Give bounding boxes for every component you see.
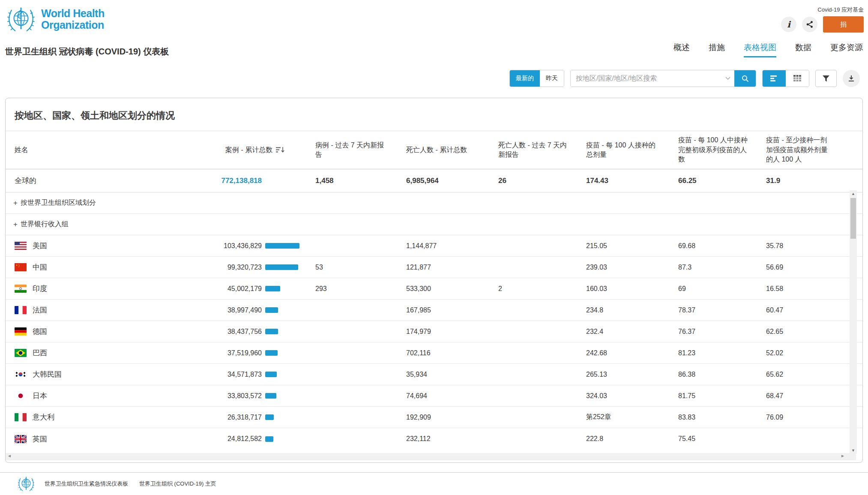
sort-descending-icon [276,147,284,153]
deaths-value: 192,909 [401,414,493,421]
latest-toggle-button[interactable]: 最新的 [510,70,540,87]
search-input[interactable] [571,70,721,87]
vax-booster-value: 60.47 [761,306,844,314]
scroll-up-icon[interactable]: ▲ [850,192,857,196]
expand-icon: + [13,220,18,229]
cases-bar [265,372,277,377]
search-dropdown-toggle[interactable] [721,77,734,80]
vax-booster-value: 16.58 [761,285,844,293]
global-name: 全球的 [6,176,206,186]
cases-value: 45,002,179 [206,285,262,293]
vax-full-value: 75.45 [673,435,761,443]
cases-value: 103,436,829 [206,242,262,250]
scroll-down-icon[interactable]: ▼ [850,448,857,453]
search-button[interactable] [734,70,756,87]
who-wordmark: World Health Organization [41,8,105,31]
vax-total-value: 265.13 [581,371,673,378]
footer-link-covid-homepage[interactable]: 世界卫生组织 (COVID-19) 主页 [139,480,216,488]
flag-cn-icon [15,263,27,271]
info-button[interactable]: i [781,17,796,32]
cases-bar [265,393,276,399]
footer-link-emergencies-dashboard[interactable]: 世界卫生组织卫生紧急情况仪表板 [45,480,128,488]
vax-total-value: 234.8 [581,306,673,314]
group-row-world-bank-income[interactable]: + 世界银行收入组 [6,214,862,235]
vax-total-value: 242.68 [581,349,673,357]
flag-jp-icon [15,392,27,400]
nav-item-data[interactable]: 数据 [795,42,811,57]
share-button[interactable] [802,17,817,32]
cases-bar [265,286,280,291]
nav-item-more[interactable]: 更多资源 [830,42,863,57]
column-header-vax-total[interactable]: 疫苗 - 每 100 人接种的总剂量 [581,137,673,163]
horizontal-scrollbar[interactable]: ◄ ► [6,453,856,460]
column-header-vax-full[interactable]: 疫苗 - 每 100 人中接种完整初级系列疫苗的人数 [673,132,761,168]
chevron-down-icon [725,77,730,80]
column-header-vax-booster[interactable]: 疫苗 - 至少接种一剂加强疫苗或额外剂量的人 100 人 [761,132,844,168]
country-name: 德国 [33,327,47,336]
global-cases-link[interactable]: 772,138,818 [206,177,262,185]
table-row[interactable]: 印度 45,002,179 293 533,300 2 160.03 69 16… [6,278,862,300]
cases-bar [265,329,278,334]
vertical-scrollbar[interactable]: ▲ ▼ [850,190,857,454]
flag-de-icon [15,327,27,336]
table-row[interactable]: 意大利 26,318,717 192,909 第252章 83.83 76.09 [6,407,862,428]
search-icon [741,75,749,82]
grid-view-button[interactable] [786,70,809,87]
list-view-icon [770,75,778,82]
table-title: 按地区、国家、领土和地区划分的情况 [6,98,862,122]
vax-booster-value: 35.78 [761,242,844,250]
flag-gb-icon [15,435,27,443]
situation-table-card: 按地区、国家、领土和地区划分的情况 姓名 案例 - 累计总数 病例 - 过去 7… [5,98,863,463]
column-header-deaths7d[interactable]: 死亡人数 - 过去 7 天内新报告 [493,137,581,163]
main-nav: 概述 措施 表格视图 数据 更多资源 [673,42,863,57]
footer: 世界卫生组织卫生紧急情况仪表板 世界卫生组织 (COVID-19) 主页 [0,472,868,495]
filter-button[interactable] [815,70,837,87]
download-button[interactable] [843,70,860,87]
group-row-who-regions[interactable]: + 按世界卫生组织区域划分 [6,192,862,214]
cases-bar [265,243,299,249]
deaths-value: 35,934 [401,371,493,378]
deaths7d-value: 2 [493,285,581,293]
who-emblem-icon [17,475,35,493]
nav-item-measures[interactable]: 措施 [709,42,725,57]
vax-booster-value: 68.47 [761,392,844,400]
vertical-scrollbar-thumb[interactable] [850,198,856,239]
who-logo[interactable]: World Health Organization [6,4,105,34]
scroll-left-icon[interactable]: ◄ [7,453,12,458]
cases7d-value: 293 [310,285,401,293]
column-header-cases7d[interactable]: 病例 - 过去 7 天内新报告 [310,137,401,163]
table-row[interactable]: 英国 24,812,582 232,112 222.8 75.45 [6,428,862,450]
table-row[interactable]: 大韩民国 34,571,873 35,934 265.13 86.38 65.6… [6,364,862,385]
country-name: 巴西 [33,348,47,358]
vax-full-value: 83.83 [673,414,761,421]
nav-item-overview[interactable]: 概述 [673,42,690,57]
table-row[interactable]: 法国 38,997,490 167,985 234.8 78.37 60.47 [6,300,862,321]
table-row[interactable]: 德国 38,437,756 174,979 232.4 76.37 62.65 [6,321,862,342]
table-row[interactable]: 中国 99,320,723 53 121,877 239.03 87.3 56.… [6,257,862,278]
column-header-cases[interactable]: 案例 - 累计总数 [206,142,310,158]
nav-item-table-view[interactable]: 表格视图 [744,42,776,57]
country-name: 美国 [33,241,47,251]
who-emblem-icon [6,4,36,34]
deaths-value: 702,116 [401,349,493,357]
country-name: 意大利 [33,412,54,422]
table-row[interactable]: 日本 33,803,572 74,694 324.03 81.75 68.47 [6,385,862,407]
table-row[interactable]: 巴西 37,519,960 702,116 242.68 81.23 52.02 [6,342,862,364]
vax-full-value: 76.37 [673,328,761,336]
flag-kr-icon [15,370,27,378]
country-name: 日本 [33,391,47,401]
cases-value: 24,812,582 [206,435,262,443]
flag-br-icon [15,349,27,357]
table-row[interactable]: 美国 103,436,829 1,144,877 215.05 69.68 35… [6,235,862,257]
scroll-right-icon[interactable]: ► [841,453,845,458]
vax-full-value: 81.75 [673,392,761,400]
list-view-button[interactable] [763,70,786,87]
yesterday-toggle-button[interactable]: 昨天 [540,70,564,87]
flag-in-icon [15,285,27,293]
column-header-deaths[interactable]: 死亡人数 - 累计总数 [401,142,493,158]
cases-value: 38,437,756 [206,328,262,336]
filter-icon [823,75,829,82]
header-actions: i 捐 [781,16,864,33]
view-toggle [762,70,809,87]
donate-button[interactable]: 捐 [823,16,864,33]
